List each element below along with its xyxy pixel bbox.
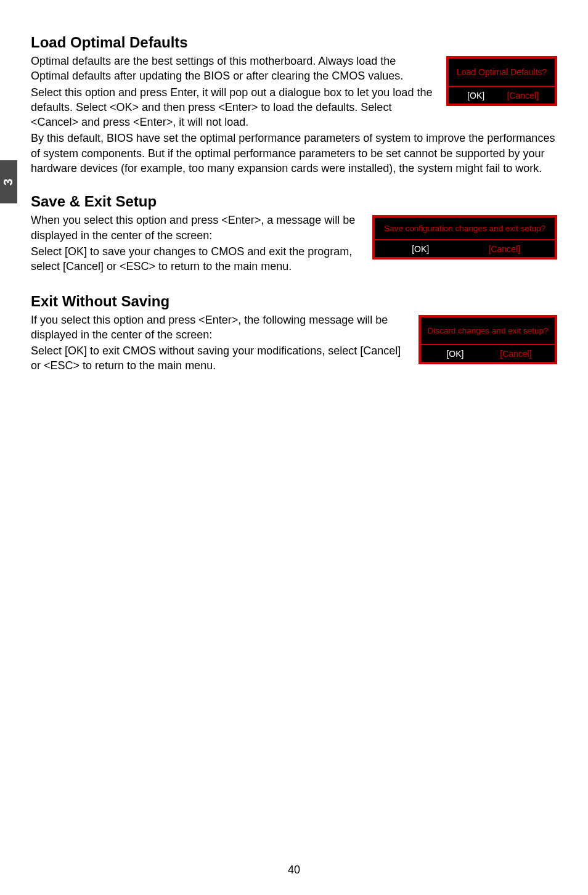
ok-button[interactable]: [OK] <box>465 91 487 100</box>
dialog-discard-exit: Discard changes and exit setup? [OK] [Ca… <box>419 315 557 364</box>
heading-save-exit-setup: Save & Exit Setup <box>31 193 557 210</box>
dialog-title: Discard changes and exit setup? <box>421 317 555 344</box>
section-exit-without-saving: Exit Without Saving Discard changes and … <box>31 293 557 375</box>
cancel-button[interactable]: [Cancel] <box>507 91 538 100</box>
ok-button[interactable]: [OK] <box>409 244 431 254</box>
dialog-title: Save configuration changes and exit setu… <box>375 218 555 239</box>
chapter-tab: 3 <box>0 160 17 203</box>
dialog-buttons: [OK] [Cancel] <box>375 239 555 257</box>
page-number: 40 <box>0 864 588 877</box>
ok-button[interactable]: [OK] <box>444 349 466 359</box>
dialog-save-exit: Save configuration changes and exit setu… <box>372 215 557 260</box>
dialog-title: Load Optimal Defaults? <box>449 59 555 86</box>
section-load-optimal-defaults: Load Optimal Defaults Load Optimal Defau… <box>31 34 557 176</box>
heading-exit-without-saving: Exit Without Saving <box>31 293 557 310</box>
chapter-number: 3 <box>2 178 16 185</box>
dialog-load-optimal-defaults: Load Optimal Defaults? [OK] [Cancel] <box>446 56 557 106</box>
heading-load-optimal-defaults: Load Optimal Defaults <box>31 34 557 51</box>
section-save-exit-setup: Save & Exit Setup Save configuration cha… <box>31 193 557 275</box>
page-content: Load Optimal Defaults Load Optimal Defau… <box>0 0 588 417</box>
dialog-buttons: [OK] [Cancel] <box>449 86 555 104</box>
cancel-button[interactable]: [Cancel] <box>488 244 520 254</box>
body-text: By this default, BIOS have set the optim… <box>31 131 557 176</box>
dialog-buttons: [OK] [Cancel] <box>421 344 555 362</box>
cancel-button[interactable]: [Cancel] <box>500 349 531 359</box>
